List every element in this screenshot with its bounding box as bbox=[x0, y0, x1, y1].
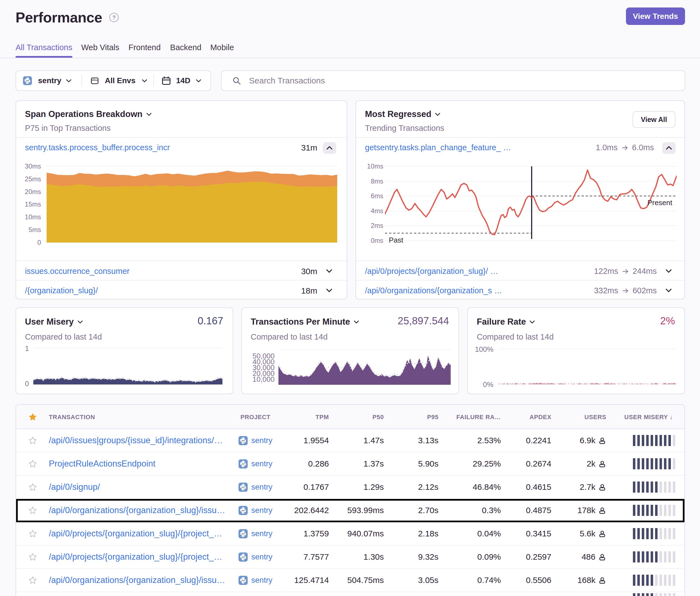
svg-text:?: ? bbox=[112, 15, 116, 21]
